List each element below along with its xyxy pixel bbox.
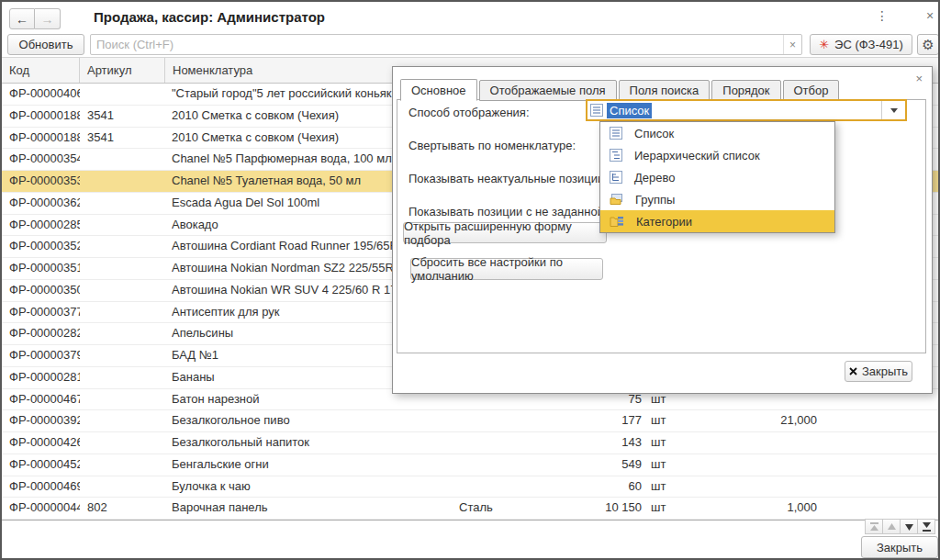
- categories-icon: [610, 215, 624, 228]
- cell-code: ФР-00000188: [9, 128, 80, 149]
- cell-article: [87, 345, 165, 366]
- popup-tab[interactable]: Основное: [400, 79, 477, 101]
- cell-price: [686, 432, 817, 454]
- cell-article: [87, 215, 165, 236]
- scroll-top-button[interactable]: [865, 519, 883, 534]
- cell-article: [87, 389, 165, 410]
- scroll-bottom-button[interactable]: [917, 519, 935, 534]
- column-header-article[interactable]: Артикул: [80, 58, 165, 83]
- forward-button[interactable]: →: [35, 8, 61, 29]
- dropdown-item[interactable]: Категории: [600, 210, 834, 232]
- display-mode-label: Способ отображения:: [408, 106, 530, 119]
- cell-article: [87, 432, 165, 454]
- cell-article: [87, 193, 165, 214]
- table-row[interactable]: ФР-00000392Безалкогольное пиво177шт21,00…: [2, 410, 938, 432]
- back-button[interactable]: ←: [9, 8, 35, 29]
- open-extended-selection-form-button[interactable]: Открыть расширенную форму подбора: [403, 222, 607, 243]
- cell-code: ФР-00000379: [9, 345, 80, 366]
- window-close-icon[interactable]: ×: [922, 8, 938, 27]
- table-row[interactable]: ФР-00000044802Варочная панельСталь10 150…: [2, 498, 938, 520]
- cell-code: ФР-00000354: [9, 149, 80, 170]
- scroll-up-button[interactable]: [882, 519, 901, 534]
- hierarchical-list-icon: [610, 149, 622, 162]
- es-button-label: ЭС (ФЗ-491): [834, 38, 903, 51]
- table-row[interactable]: ФР-00000426Безалкогольный напиток143шт: [2, 432, 938, 454]
- cell-article: [87, 280, 165, 301]
- popup-close-button-label: Закрыть: [862, 364, 908, 378]
- table-row[interactable]: ФР-00000452Бенгальские огни549шт: [2, 454, 938, 476]
- search-clear-icon[interactable]: ×: [783, 35, 801, 54]
- cell-code: ФР-00000392: [9, 410, 80, 431]
- cell-article: 3541: [87, 106, 165, 127]
- toolbar: Обновить × ✳ ЭС (ФЗ-491) ⚙: [2, 32, 938, 57]
- cell-price: 1,000: [686, 498, 817, 519]
- cell-code: ФР-00000281: [9, 367, 80, 388]
- cell-name: Безалкогольное пиво: [172, 410, 458, 431]
- dropdown-item[interactable]: Группы: [600, 188, 834, 210]
- refresh-button[interactable]: Обновить: [7, 34, 84, 55]
- title-bar: ← → Продажа, кассир: Администратор ⋮ ×: [2, 2, 938, 32]
- column-header-code[interactable]: Код: [2, 58, 80, 83]
- dropdown-item-label: Список: [634, 127, 674, 140]
- cell-article: [87, 367, 165, 388]
- cell-article: 3541: [87, 128, 165, 149]
- popup-tab[interactable]: Отбор: [783, 80, 840, 101]
- show-inactive-positions-label: Показывать неактуальные позиции:: [408, 172, 608, 185]
- cell-code: ФР-00000350: [9, 280, 80, 301]
- cell-article: [87, 171, 165, 192]
- cell-name: Булочка к чаю: [172, 476, 458, 498]
- cell-unit: шт: [651, 410, 688, 431]
- cell-unit: шт: [651, 454, 688, 476]
- dropdown-item[interactable]: Иерархический список: [600, 144, 834, 166]
- scroll-top-icon: [869, 522, 879, 532]
- popup-tab[interactable]: Отображаемые поля: [479, 80, 617, 101]
- popup-tabs: ОсновноеОтображаемые поляПоля поискаПоря…: [400, 79, 841, 101]
- groups-icon: [610, 193, 623, 206]
- cell-code: ФР-00000352: [9, 236, 80, 257]
- cell-name: Варочная панель: [172, 498, 458, 519]
- cell-unit: шт: [651, 498, 688, 519]
- gear-icon[interactable]: ⚙: [917, 34, 939, 55]
- display-mode-dropdown-list: СписокИерархический списокДеревоГруппыКа…: [599, 121, 835, 233]
- cell-name: Бенгальские огни: [172, 454, 458, 476]
- close-window-button[interactable]: Закрыть: [861, 536, 938, 558]
- cell-article: [87, 302, 165, 323]
- list-icon: [590, 104, 603, 117]
- popup-close-icon[interactable]: ×: [915, 72, 923, 85]
- cell-code: ФР-00000282: [9, 323, 80, 344]
- cell-code: ФР-00000377: [9, 302, 80, 323]
- combobox-dropdown-button[interactable]: [881, 101, 905, 119]
- search-input[interactable]: [91, 38, 783, 51]
- cell-code: ФР-00000452: [9, 454, 80, 476]
- cell-article: [87, 476, 165, 498]
- popup-close-button[interactable]: Закрыть: [845, 361, 912, 382]
- collapse-by-nomenclature-label: Свертывать по номенклатуре:: [408, 139, 576, 152]
- cell-article: [87, 236, 165, 257]
- more-menu-icon[interactable]: ⋮: [874, 8, 890, 27]
- dropdown-item-label: Дерево: [634, 171, 675, 185]
- reset-default-settings-button[interactable]: Сбросить все настройки по умолчанию: [410, 258, 603, 280]
- es-fz491-button[interactable]: ✳ ЭС (ФЗ-491): [810, 34, 912, 55]
- dropdown-item-label: Категории: [636, 215, 692, 229]
- es-asterisk-icon: ✳: [819, 39, 829, 50]
- scroll-bottom-icon: [922, 522, 932, 532]
- cell-article: [87, 323, 165, 344]
- cell-article: [87, 149, 165, 170]
- cell-code: ФР-00000467: [9, 389, 80, 410]
- cell-qty: 10 150: [553, 498, 642, 519]
- popup-tab[interactable]: Поля поиска: [619, 80, 711, 101]
- popup-tab[interactable]: Порядок: [711, 80, 780, 101]
- dropdown-item[interactable]: Дерево: [600, 166, 834, 188]
- cell-article: 802: [87, 498, 165, 519]
- dropdown-item[interactable]: Список: [600, 122, 834, 144]
- cell-unit: шт: [651, 432, 688, 454]
- cell-name: Безалкогольный напиток: [172, 432, 458, 454]
- scroll-down-icon: [904, 523, 914, 531]
- scroll-down-button[interactable]: [900, 519, 918, 534]
- cell-price: 21,000: [686, 410, 817, 431]
- display-mode-combobox[interactable]: Список: [586, 99, 907, 121]
- cell-qty: 60: [553, 476, 642, 498]
- list-icon: [610, 127, 622, 140]
- cell-code: ФР-00000469: [9, 476, 80, 498]
- table-row[interactable]: ФР-00000469Булочка к чаю60шт: [2, 476, 938, 498]
